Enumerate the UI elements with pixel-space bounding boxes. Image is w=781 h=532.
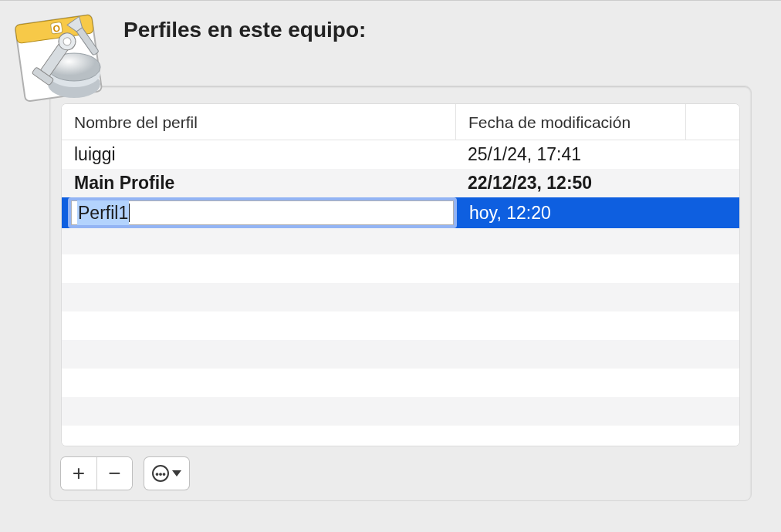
panel: Nombre del perfil Fecha de modificación … xyxy=(49,86,752,501)
minus-icon: − xyxy=(108,461,120,486)
remove-profile-button[interactable]: − xyxy=(96,457,132,490)
toolbar: + − ••• xyxy=(50,457,751,490)
profile-manager-icon: O xyxy=(14,13,106,106)
table-row[interactable]: Perfil1 hoy, 12:20 xyxy=(62,197,739,228)
page-title: Perfiles en este equipo: xyxy=(123,18,758,42)
profile-name-input-text: Perfil1 xyxy=(77,200,129,225)
profile-name-input[interactable]: Perfil1 xyxy=(68,197,457,228)
add-remove-group: + − xyxy=(61,457,132,490)
svg-text:O: O xyxy=(52,23,61,35)
profile-name-cell: Perfil1 xyxy=(62,197,457,228)
profile-name-cell: Main Profile xyxy=(62,173,455,194)
column-header-name[interactable]: Nombre del perfil xyxy=(62,104,455,140)
profile-manager-window: O xyxy=(0,0,781,513)
profiles-table: Nombre del perfil Fecha de modificación … xyxy=(61,103,740,446)
table-row[interactable]: luiggi 25/1/24, 17:41 xyxy=(62,140,739,169)
profile-options-menu-button[interactable]: ••• xyxy=(144,457,189,490)
profile-date-cell: 25/1/24, 17:41 xyxy=(455,144,739,165)
profile-date-cell: 22/12/23, 12:50 xyxy=(455,173,739,194)
column-header-spacer xyxy=(685,104,739,140)
table-body[interactable]: luiggi 25/1/24, 17:41 Main Profile 22/12… xyxy=(62,140,739,446)
table-row[interactable]: Main Profile 22/12/23, 12:50 xyxy=(62,169,739,197)
text-caret xyxy=(129,204,130,222)
column-header-date[interactable]: Fecha de modificación xyxy=(455,104,685,140)
ellipsis-icon: ••• xyxy=(152,465,169,482)
table-header: Nombre del perfil Fecha de modificación xyxy=(62,104,739,140)
profile-name-cell: luiggi xyxy=(62,144,455,165)
profile-date-cell: hoy, 12:20 xyxy=(457,203,739,224)
chevron-down-icon xyxy=(172,470,181,476)
plus-icon: + xyxy=(73,461,85,486)
header: O xyxy=(0,1,781,86)
add-profile-button[interactable]: + xyxy=(61,457,96,490)
